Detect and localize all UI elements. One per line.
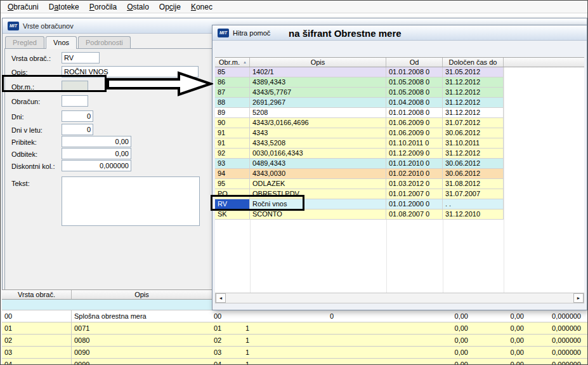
table-row[interactable]: 03 0090 xyxy=(2,347,212,359)
screen: ObračuniDatotekePoročilaOstaloOpcijeKone… xyxy=(0,0,588,365)
cell-do: 31.07.2007 xyxy=(443,189,504,199)
cell-do: 31.05.2012 xyxy=(443,67,504,77)
cell-vrsta: 04 xyxy=(2,359,72,365)
cell-obracun: 1 xyxy=(245,336,249,344)
dni-v-letu-input[interactable] xyxy=(62,124,93,135)
table-row[interactable]: 04 0099 xyxy=(2,359,212,365)
label-tekst: Tekst: xyxy=(11,180,30,187)
sort-asc-icon: ▲ xyxy=(243,60,247,64)
cell-od: 01.10.2011 0 xyxy=(386,138,443,148)
cell-opis: 2691,2967 xyxy=(250,98,386,107)
grid-header-do[interactable]: Določen čas do xyxy=(443,58,504,67)
tekst-input[interactable] xyxy=(62,176,200,226)
interest-rate-row[interactable]: 89 5208 01.01.2008 0 31.12.2012 xyxy=(215,108,504,118)
help-window: MIT Hitra pomoč na šifrant Obrestne mere… xyxy=(212,25,587,310)
dni-input[interactable] xyxy=(62,110,93,122)
cell-obrm: 86 xyxy=(215,77,250,87)
bottom-table-left: Vrsta obrač. Opis 00 Splošna obrestna me… xyxy=(2,289,212,365)
cell-opis: 0030,0166,4343 xyxy=(250,149,386,158)
cell-do: 30.06.2012 xyxy=(443,128,504,138)
table-row[interactable]: 00 Splošna obrestna mera xyxy=(2,310,212,322)
interest-rate-row[interactable]: 94 4343,0030 01.02.2010 0 30.06.2012 xyxy=(215,169,504,179)
interest-rate-row[interactable]: SK SCONTO 01.08.2007 0 31.12.2010 xyxy=(215,209,504,220)
grid-header-obrm[interactable]: Obr.m.▲ xyxy=(215,58,250,67)
interest-rate-row[interactable]: 90 4343/3,0166,4696 01.06.2009 0 31.07.2… xyxy=(215,118,504,128)
help-window-titlebar[interactable]: MIT Hitra pomoč na šifrant Obrestne mere xyxy=(212,25,587,41)
cell-od: 01.05.2008 0 xyxy=(386,88,443,97)
cell-opis: 0489,4343 xyxy=(250,159,386,168)
selected-empty-row[interactable] xyxy=(2,300,212,310)
interest-rate-row[interactable]: 88 2691,2967 01.04.2008 0 31.12.2012 xyxy=(215,98,504,108)
menu-item[interactable]: Konec xyxy=(186,1,218,13)
main-window-title: Vrste obračunov xyxy=(23,22,74,30)
obracun-input[interactable] xyxy=(62,95,88,107)
interest-rate-row[interactable]: 95 ODLAZEK 01.03.2012 0 31.08.2012 xyxy=(215,179,504,189)
tab-vnos[interactable]: Vnos xyxy=(46,36,77,49)
cell-code: 00 xyxy=(214,312,221,320)
cell-do: 30.06.2012 xyxy=(443,169,504,178)
cell-od: 01.05.2008 0 xyxy=(386,77,443,87)
cell-diskontni: 0,000000 xyxy=(515,348,581,356)
interest-rate-row[interactable]: 93 0489,4343 01.01.2010 0 30.06.2012 xyxy=(215,159,504,169)
grid-header-obrm-label: Obr.m. xyxy=(219,58,240,66)
vrsta-obrac-input[interactable] xyxy=(62,52,100,63)
cell-opis: 4343/5,7767 xyxy=(250,88,386,97)
cell-od: 01.12.2009 0 xyxy=(386,149,443,158)
table-row[interactable]: 01 0071 xyxy=(2,322,212,335)
tab-podrobnosti[interactable]: Podrobnosti xyxy=(78,36,131,49)
label-vrsta-obrac: Vrsta obrač.: xyxy=(11,55,51,62)
table-row[interactable]: 03 1 0,00 0,00 0,000000 xyxy=(212,347,587,359)
cell-opis: 0080 xyxy=(72,335,212,346)
cell-diskontni: 0,000000 xyxy=(515,336,581,344)
cell-obrm: 93 xyxy=(215,159,250,168)
menu-item[interactable]: Opcije xyxy=(154,1,186,13)
cell-opis: 5208 xyxy=(250,108,386,117)
odbitek-input[interactable] xyxy=(62,148,131,159)
cell-obracun: 1 xyxy=(245,348,249,356)
menu-item[interactable]: Poročila xyxy=(84,1,122,13)
annotation-box-rv-row xyxy=(211,195,304,211)
label-diskontni: Diskontni kol.: xyxy=(11,163,55,170)
bottom-table-right: 00 0 0,00 0,00 0,000000 01 1 0,00 0,00 0… xyxy=(212,310,587,365)
menu-bar: ObračuniDatotekePoročilaOstaloOpcijeKone… xyxy=(1,1,587,13)
menu-item[interactable]: Datoteke xyxy=(44,1,84,13)
interest-rate-row[interactable]: 87 4343/5,7767 01.05.2008 0 31.12.2012 xyxy=(215,88,504,98)
horizontal-scrollbar[interactable]: ◄ ► xyxy=(215,293,584,303)
interest-rate-row[interactable]: 91 4343,5208 01.10.2011 0 31.10.2011 xyxy=(215,138,504,149)
annotation-arrow xyxy=(107,71,213,96)
tab-pregled[interactable]: Pregled xyxy=(5,36,44,49)
interest-rate-row[interactable]: 85 1402/1 01.01.2008 0 31.05.2012 xyxy=(215,67,504,77)
cell-code: 04 xyxy=(214,361,221,365)
interest-rate-row[interactable]: 91 4343 01.06.2009 0 30.06.2012 xyxy=(215,128,504,138)
pribitek-input[interactable] xyxy=(62,136,131,147)
cell-do: 31.10.2011 xyxy=(443,138,504,148)
cell-od: 01.08.2007 0 xyxy=(386,209,443,219)
cell-opis: 4343/3,0166,4696 xyxy=(250,118,386,128)
cell-opis: 0090 xyxy=(72,347,212,358)
cell-opis: 0071 xyxy=(72,322,212,334)
menu-item[interactable]: Ostalo xyxy=(122,1,154,13)
cell-opis: SCONTO xyxy=(250,209,386,219)
table-row[interactable]: 02 1 0,00 0,00 0,000000 xyxy=(212,335,587,347)
tab-strip: Pregled Vnos Podrobnosti xyxy=(5,36,132,49)
cell-odbitek: 0,00 xyxy=(458,336,524,344)
interest-rate-row[interactable]: 86 4389,4343 01.05.2008 0 31.12.2012 xyxy=(215,77,504,88)
table-row[interactable]: 01 1 0,00 0,00 0,000000 xyxy=(212,322,587,335)
cell-diskontni: 0,000000 xyxy=(515,312,581,320)
grid-header-od[interactable]: Od xyxy=(386,58,443,67)
cell-opis: ODLAZEK xyxy=(250,179,386,189)
table-row[interactable]: 02 0080 xyxy=(2,335,212,347)
interest-rate-row[interactable]: 92 0030,0166,4343 01.12.2009 0 31.12.201… xyxy=(215,149,504,159)
grid-header-opis[interactable]: Opis xyxy=(250,58,386,67)
table-row[interactable]: 00 0 0,00 0,00 0,000000 xyxy=(212,310,587,322)
menu-item[interactable]: Obračuni xyxy=(3,1,44,13)
scroll-right-button[interactable]: ► xyxy=(573,293,584,303)
scroll-left-button[interactable]: ◄ xyxy=(216,293,226,303)
column-header-opis[interactable]: Opis xyxy=(72,290,212,299)
column-header-vrsta[interactable]: Vrsta obrač. xyxy=(2,290,72,299)
diskontni-input[interactable] xyxy=(62,160,131,171)
table-row[interactable]: 04 1 0,00 0,00 0,000000 xyxy=(212,359,587,365)
help-window-title: Hitra pomoč xyxy=(233,29,270,37)
cell-obracun: 1 xyxy=(245,324,249,332)
cell-vrsta: 02 xyxy=(2,335,72,346)
